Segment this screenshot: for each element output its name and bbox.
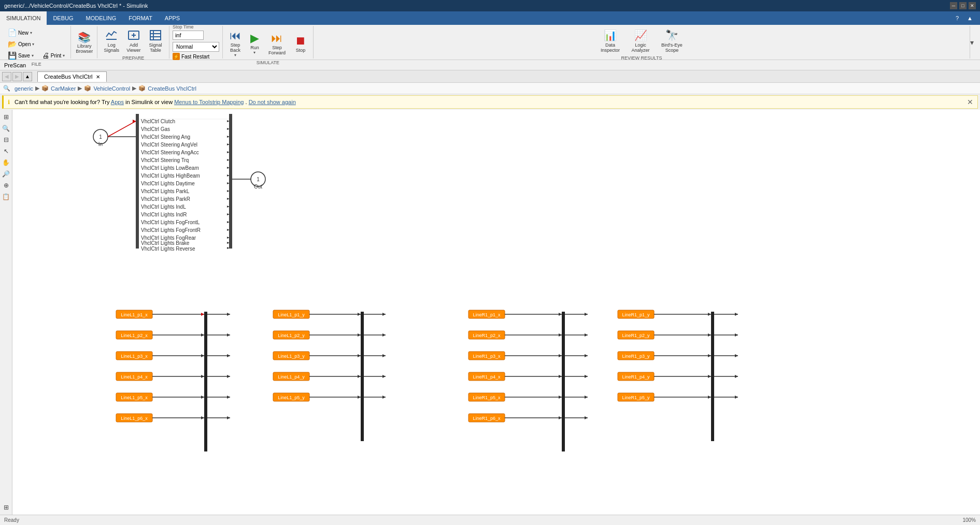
data-inspector-button[interactable]: 📊 Data Inspector — [597, 27, 623, 55]
sidebar-zoom-in-button[interactable]: 🔍 — [1, 123, 11, 134]
open-dropdown-arrow[interactable]: ▾ — [32, 42, 34, 47]
svg-rect-12 — [136, 114, 139, 249]
toolbar-expand-icon[interactable]: ▾ — [970, 38, 974, 47]
simulate-group: ⏮ Step Back ▾ ▶ Run ▾ ⏭ Step Forward ⏹ S… — [223, 26, 314, 59]
menu-tab-apps[interactable]: APPS — [159, 11, 186, 25]
svg-text:VhclCtrl Steering AngVel: VhclCtrl Steering AngVel — [141, 142, 197, 148]
sidebar-layers-button[interactable]: ⊕ — [1, 180, 11, 191]
breadcrumb-carmaker[interactable]: CarMaker — [51, 85, 76, 92]
stop-time-input[interactable] — [173, 31, 204, 40]
log-signals-button[interactable]: Log Signals — [101, 27, 122, 55]
signal-table-button[interactable]: Signal Table — [145, 27, 166, 55]
print-dropdown-arrow[interactable]: ▾ — [63, 53, 65, 58]
svg-text:LineR1_p5_y: LineR1_p5_y — [622, 395, 650, 400]
tab-createbus-vhclctrl[interactable]: CreateBus VhclCtrl ✕ — [37, 71, 107, 82]
svg-text:VhclCtrl Clutch: VhclCtrl Clutch — [141, 119, 175, 124]
stop-button[interactable]: ⏹ Stop — [291, 32, 310, 55]
svg-text:LineL1_p6_x: LineL1_p6_x — [121, 416, 148, 421]
menu-tab-debug[interactable]: DEBUG — [47, 11, 79, 25]
svg-marker-129 — [559, 333, 562, 337]
sidebar-zoom-out-button[interactable]: ⊟ — [1, 135, 11, 145]
sidebar-find-button[interactable]: 🔎 — [1, 169, 11, 179]
svg-text:VhclCtrl Lights FogFrontR: VhclCtrl Lights FogFrontR — [141, 227, 201, 233]
help-button[interactable]: ? — [953, 14, 962, 22]
sidebar-zoom-fit-button[interactable]: ⊞ — [1, 112, 11, 122]
svg-text:In: In — [98, 141, 103, 147]
breadcrumb-vehiclecontrol[interactable]: VehicleControl — [93, 85, 130, 92]
library-browser-button[interactable]: 📚 LibraryBrowser — [71, 26, 97, 59]
collapse-button[interactable]: ▲ — [964, 14, 976, 22]
new-dropdown-arrow[interactable]: ▾ — [30, 31, 32, 35]
svg-marker-194 — [382, 354, 386, 357]
save-dropdown-arrow[interactable]: ▾ — [32, 53, 34, 58]
simulation-mode-select[interactable]: Normal Accelerator Rapid Accelerator — [173, 42, 219, 52]
svg-marker-188 — [227, 416, 230, 419]
sidebar-property-button[interactable]: 📋 — [1, 192, 11, 202]
step-back-dropdown[interactable]: ▾ — [234, 53, 236, 57]
menu-tab-format[interactable]: FORMAT — [122, 11, 159, 25]
minimize-button[interactable]: ─ — [950, 2, 957, 9]
prescan-label: PreScan — [4, 62, 26, 68]
svg-marker-120 — [358, 396, 361, 399]
menus-link[interactable]: Menus to Toolstrip Mapping — [174, 99, 244, 105]
info-close-button[interactable]: ✕ — [967, 98, 973, 106]
svg-marker-198 — [382, 396, 386, 399]
svg-marker-172 — [735, 354, 738, 357]
svg-text:LineR1_p6_x: LineR1_p6_x — [473, 416, 501, 421]
menu-tab-simulation[interactable]: SIMULATION — [0, 11, 47, 25]
svg-text:LineR1_p5_x: LineR1_p5_x — [473, 395, 501, 400]
svg-marker-108 — [358, 333, 361, 337]
add-viewer-button[interactable]: Add Viewer — [123, 27, 144, 55]
maximize-button[interactable]: □ — [959, 2, 967, 9]
menu-tab-modeling[interactable]: MODELING — [80, 11, 123, 25]
save-button[interactable]: 💾 Save ▾ — [4, 50, 37, 61]
svg-text:LineL1_p3_x: LineL1_p3_x — [121, 354, 148, 359]
signal-table-icon — [149, 29, 162, 41]
back-arrow-button[interactable]: ◀ — [2, 72, 11, 81]
svg-marker-125 — [559, 313, 562, 316]
breadcrumb-createbus[interactable]: CreateBus VhclCtrl — [148, 85, 196, 92]
svg-marker-150 — [708, 313, 711, 316]
birds-eye-scope-button[interactable]: 🔭 Bird's-Eye Scope — [658, 27, 686, 55]
svg-text:VhclCtrl Lights FogFrontL: VhclCtrl Lights FogFrontL — [141, 220, 200, 225]
svg-marker-208 — [585, 396, 588, 399]
birds-eye-icon: 🔭 — [665, 29, 678, 41]
close-button[interactable]: ✕ — [969, 2, 976, 9]
logic-analyzer-button[interactable]: 📈 Logic Analyzer — [628, 27, 654, 55]
do-not-show-link[interactable]: Do not show again — [249, 99, 296, 105]
new-button[interactable]: 📄 New ▾ — [4, 27, 36, 38]
svg-rect-121 — [562, 312, 565, 451]
run-dropdown[interactable]: ▾ — [253, 50, 255, 55]
svg-marker-176 — [735, 396, 738, 399]
print-button[interactable]: 🖨 Print ▾ — [38, 50, 69, 61]
step-back-button[interactable]: ⏮ Step Back ▾ — [226, 27, 245, 60]
up-arrow-button[interactable]: ▲ — [23, 72, 32, 81]
fast-restart-button[interactable]: ⚡ Fast Restart — [173, 53, 219, 60]
step-forward-button[interactable]: ⏭ Step Forward — [265, 30, 289, 57]
svg-text:VhclCtrl Steering AngAcc: VhclCtrl Steering AngAcc — [141, 150, 199, 155]
svg-marker-145 — [559, 416, 562, 419]
svg-marker-210 — [585, 416, 588, 419]
breadcrumb-generic[interactable]: generic — [15, 85, 33, 92]
status-bar: Ready 100% — [0, 515, 980, 525]
svg-text:LineR1_p3_y: LineR1_p3_y — [622, 354, 650, 359]
run-button[interactable]: ▶ Run ▾ — [247, 30, 263, 57]
sidebar-select-button[interactable]: ↖ — [1, 146, 11, 156]
title-bar: generic/.../VehicleControl/CreateBus Vhc… — [0, 0, 980, 11]
sidebar-pan-button[interactable]: ✋ — [1, 157, 11, 168]
svg-text:LineR1_p3_x: LineR1_p3_x — [473, 354, 501, 359]
svg-marker-180 — [227, 333, 230, 337]
apps-link[interactable]: Apps — [111, 99, 124, 105]
svg-marker-83 — [201, 333, 204, 337]
svg-marker-186 — [227, 396, 230, 399]
review-results-group: 📊 Data Inspector 📈 Logic Analyzer 🔭 Bird… — [314, 26, 970, 59]
sidebar-more-button[interactable]: ⊞ — [1, 502, 11, 513]
canvas-area[interactable]: 1 In 1 Out — [12, 110, 980, 515]
svg-marker-116 — [358, 375, 361, 378]
print-icon: 🖨 — [42, 51, 49, 60]
status-text: Ready — [4, 517, 19, 523]
logic-analyzer-icon: 📈 — [634, 29, 647, 41]
forward-arrow-button[interactable]: ▶ — [12, 72, 22, 81]
tab-close-button[interactable]: ✕ — [96, 74, 100, 80]
open-button[interactable]: 📂 Open ▾ — [4, 38, 38, 50]
